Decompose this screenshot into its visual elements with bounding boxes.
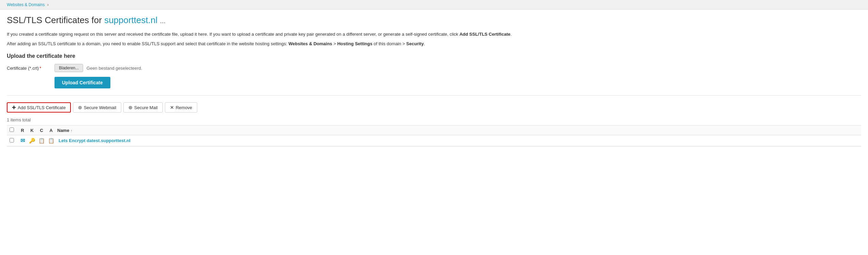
page-container: Websites & Domains › SSL/TLS Certificate… — [0, 0, 868, 255]
action-bar: ✚ Add SSL/TLS Certificate ⊛ Secure Webma… — [7, 102, 861, 113]
secure-webmail-label: Secure Webmail — [84, 105, 116, 110]
remove-button[interactable]: ✕ Remove — [165, 102, 197, 113]
mail-action-icon: ⊛ — [128, 105, 133, 110]
info-text-1: If you created a certificate signing req… — [7, 31, 861, 38]
add-ssl-label: Add SSL/TLS Certificate — [18, 105, 66, 110]
remove-icon: ✕ — [170, 105, 174, 110]
col-header-r: R — [18, 128, 27, 133]
section-divider — [7, 95, 861, 96]
table-container: R K C A Name ↑ ✉ 🔑 — [7, 125, 861, 147]
col-header-c: C — [37, 128, 46, 133]
certificate-form-row: Certificate (*.crt)* Bladeren... Geen be… — [7, 64, 861, 72]
add-ssl-button[interactable]: ✚ Add SSL/TLS Certificate — [7, 102, 71, 113]
no-file-text: Geen bestand geselecteerd. — [87, 66, 142, 71]
file-input-wrapper: Bladeren... Geen bestand geselecteerd. — [55, 64, 142, 72]
table-row: ✉ 🔑 📋 📋 Lets Encrypt datest.supporttest.… — [7, 135, 861, 146]
row-checkbox-col — [10, 138, 18, 143]
row-icon-cert: 📋 — [37, 138, 46, 144]
breadcrumb-link[interactable]: Websites & Domains — [7, 2, 45, 7]
page-title-prefix: SSL/TLS Certificates for — [7, 15, 102, 25]
select-all-checkbox[interactable] — [10, 128, 14, 132]
row-icon-cert2: 📋 — [46, 138, 56, 144]
secure-mail-button[interactable]: ⊛ Secure Mail — [123, 102, 163, 113]
row-icon-mail: ✉ — [18, 137, 27, 144]
row-checkbox[interactable] — [10, 138, 14, 142]
browse-button[interactable]: Bladeren... — [55, 64, 83, 72]
webmail-icon: ⊛ — [78, 105, 82, 110]
cert-name-link[interactable]: Lets Encrypt datest.supporttest.nl — [57, 138, 130, 143]
secure-webmail-button[interactable]: ⊛ Secure Webmail — [73, 102, 121, 113]
title-ellipsis: ... — [160, 17, 166, 24]
required-star: * — [40, 66, 41, 71]
secure-mail-label: Secure Mail — [134, 105, 158, 110]
domain-name-text: supporttest.nl — [104, 15, 157, 25]
info-text-2: After adding an SSL/TLS certificate to a… — [7, 40, 861, 47]
items-total: 1 items total — [7, 117, 861, 122]
breadcrumb-sep: › — [47, 2, 49, 7]
sort-arrow-icon: ↑ — [71, 129, 73, 133]
upload-certificate-button[interactable]: Upload Certificate — [55, 77, 110, 88]
main-content: SSL/TLS Certificates for supporttest.nl … — [0, 10, 868, 152]
col-header-a: A — [46, 128, 56, 133]
col-header-name[interactable]: Name ↑ — [56, 128, 858, 133]
cert-label: Certificate (*.crt)* — [7, 66, 55, 71]
row-icon-key: 🔑 — [27, 138, 37, 144]
upload-button-row: Upload Certificate — [7, 77, 861, 88]
page-title: SSL/TLS Certificates for supporttest.nl … — [7, 15, 861, 26]
remove-label: Remove — [176, 105, 192, 110]
header-checkbox-col — [10, 128, 18, 133]
table-header-row: R K C A Name ↑ — [7, 125, 861, 135]
breadcrumb-bar: Websites & Domains › — [0, 0, 868, 10]
row-name-col: Lets Encrypt datest.supporttest.nl — [56, 138, 858, 143]
col-header-k: K — [27, 128, 37, 133]
upload-section-title: Upload the certificate here — [7, 53, 861, 59]
add-icon: ✚ — [12, 105, 16, 110]
